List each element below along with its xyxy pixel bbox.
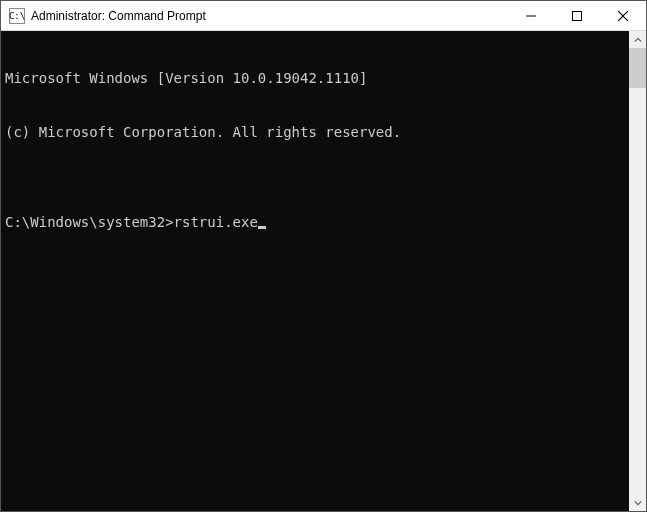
maximize-button[interactable]	[554, 1, 600, 30]
app-icon: C:\	[9, 8, 25, 24]
cursor-icon	[258, 226, 266, 229]
console-output[interactable]: Microsoft Windows [Version 10.0.19042.11…	[1, 31, 629, 511]
console-prompt: C:\Windows\system32>	[5, 213, 174, 231]
scroll-down-button[interactable]	[629, 494, 646, 511]
console-prompt-line: C:\Windows\system32>rstrui.exe	[5, 213, 625, 231]
titlebar[interactable]: C:\ Administrator: Command Prompt	[1, 1, 646, 31]
scroll-thumb[interactable]	[629, 48, 646, 88]
console-command: rstrui.exe	[174, 213, 258, 231]
command-prompt-window: C:\ Administrator: Command Prompt Micros…	[0, 0, 647, 512]
minimize-button[interactable]	[508, 1, 554, 30]
console-line-version: Microsoft Windows [Version 10.0.19042.11…	[5, 69, 625, 87]
svg-rect-1	[573, 11, 582, 20]
client-area: Microsoft Windows [Version 10.0.19042.11…	[1, 31, 646, 511]
window-controls	[508, 1, 646, 30]
vertical-scrollbar[interactable]	[629, 31, 646, 511]
console-line-copyright: (c) Microsoft Corporation. All rights re…	[5, 123, 625, 141]
window-title: Administrator: Command Prompt	[31, 9, 206, 23]
scroll-up-button[interactable]	[629, 31, 646, 48]
close-button[interactable]	[600, 1, 646, 30]
